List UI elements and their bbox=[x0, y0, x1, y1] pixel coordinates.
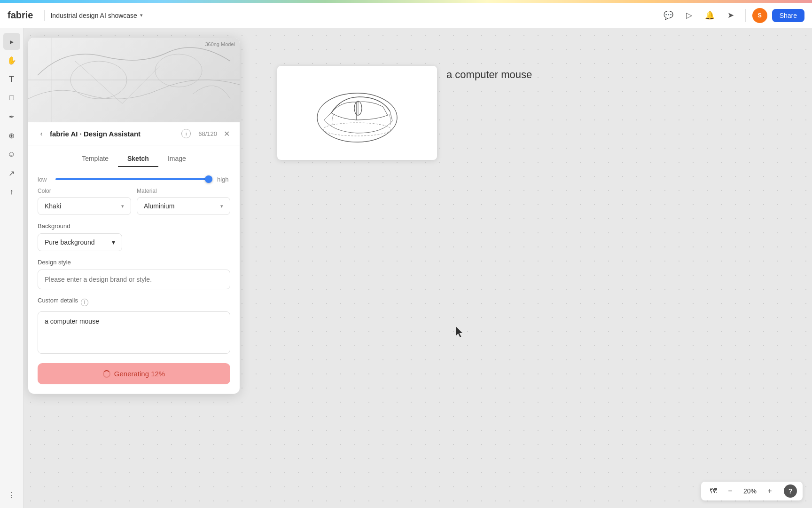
panel-count: 68/120 bbox=[198, 130, 217, 137]
project-name: Industrial design AI showcase bbox=[50, 12, 137, 19]
panel-image-area: 360ng Model bbox=[28, 38, 240, 122]
quality-slider-thumb bbox=[205, 175, 212, 183]
topbar: fabrie Industrial design AI showcase ▾ 💬… bbox=[0, 3, 812, 28]
quality-high-label: high bbox=[217, 176, 230, 183]
play-icon-button[interactable]: ▷ bbox=[681, 8, 697, 24]
sidebar-item-hand[interactable]: ✋ bbox=[3, 52, 20, 69]
topbar-vertical-divider bbox=[745, 9, 746, 22]
panel-tabs: Template Sketch Image bbox=[28, 145, 240, 167]
material-label: Material bbox=[137, 188, 230, 194]
sidebar-item-component[interactable]: ⊕ bbox=[3, 127, 20, 144]
material-dropdown[interactable]: Aluminium ▾ bbox=[137, 197, 230, 215]
generate-button[interactable]: Generating 12% bbox=[38, 363, 230, 384]
svg-point-9 bbox=[155, 54, 202, 87]
quality-slider[interactable] bbox=[55, 175, 212, 184]
sidebar-item-more[interactable]: ⋮ bbox=[3, 486, 20, 503]
tab-sketch[interactable]: Sketch bbox=[118, 151, 158, 167]
tab-image[interactable]: Image bbox=[158, 151, 195, 167]
color-value: Khaki bbox=[45, 202, 61, 210]
custom-details-textarea[interactable]: a computer mouse bbox=[38, 311, 230, 354]
sidebar-item-shape[interactable]: □ bbox=[3, 89, 20, 106]
help-button[interactable]: ? bbox=[784, 484, 797, 498]
share-button[interactable]: Share bbox=[772, 9, 804, 22]
zoom-out-button[interactable]: − bbox=[724, 484, 737, 498]
panel-close-button[interactable]: ✕ bbox=[221, 128, 232, 139]
background-chevron-icon: ▾ bbox=[112, 238, 115, 246]
color-dropdown-wrap: Color Khaki ▾ bbox=[38, 188, 131, 215]
background-dropdown-wrap: Background Pure background ▾ bbox=[38, 222, 230, 251]
panel-info-icon[interactable]: i bbox=[181, 129, 191, 138]
generate-label: Generating 12% bbox=[114, 370, 165, 378]
topbar-divider bbox=[44, 10, 45, 21]
design-style-input[interactable] bbox=[38, 270, 230, 289]
design-style-wrap: Design style bbox=[38, 259, 230, 289]
quality-row: low high bbox=[28, 167, 240, 188]
background-value: Pure background bbox=[45, 238, 95, 246]
map-view-button[interactable]: 🗺 bbox=[707, 484, 720, 498]
color-material-row: Color Khaki ▾ Material Aluminium ▾ bbox=[38, 188, 230, 215]
canvas-image-card[interactable] bbox=[277, 66, 437, 160]
quality-low-label: low bbox=[38, 176, 51, 183]
zoom-in-button[interactable]: + bbox=[763, 484, 776, 498]
custom-details-info-icon[interactable]: i bbox=[81, 299, 88, 306]
generate-spinner bbox=[103, 370, 110, 378]
quality-slider-track bbox=[55, 178, 212, 180]
material-dropdown-wrap: Material Aluminium ▾ bbox=[137, 188, 230, 215]
app-logo: fabrie bbox=[8, 10, 33, 21]
panel-back-button[interactable]: ‹ bbox=[36, 128, 47, 139]
material-chevron-icon: ▾ bbox=[220, 203, 223, 209]
project-selector[interactable]: Industrial design AI showcase ▾ bbox=[50, 12, 142, 19]
material-value: Aluminium bbox=[144, 202, 174, 210]
custom-details-wrap: Custom details i a computer mouse bbox=[38, 297, 230, 356]
custom-details-label-row: Custom details i bbox=[38, 297, 230, 308]
left-sidebar: ▸ ✋ T □ ✒ ⊕ ☺ ↗ ↑ ⋮ bbox=[0, 28, 23, 508]
mouse-sketch bbox=[305, 78, 409, 148]
chat-icon-button[interactable]: 💬 bbox=[661, 8, 677, 24]
panel-title: fabrie AI · Design Assistant bbox=[50, 130, 179, 138]
cursor-icon-button[interactable]: ➤ bbox=[723, 8, 739, 24]
sidebar-item-text[interactable]: T bbox=[3, 71, 20, 87]
svg-point-0 bbox=[317, 93, 397, 142]
sidebar-item-pen[interactable]: ✒ bbox=[3, 108, 20, 125]
top-gradient-bar bbox=[0, 0, 812, 3]
panel-sketch-background bbox=[28, 38, 240, 122]
bottom-toolbar: 🗺 − 20% + ? bbox=[701, 482, 803, 500]
chevron-down-icon: ▾ bbox=[140, 12, 143, 18]
panel-header: ‹ fabrie AI · Design Assistant i 68/120 … bbox=[28, 122, 240, 145]
sidebar-item-arrow[interactable]: ↗ bbox=[3, 165, 20, 182]
color-label: Color bbox=[38, 188, 131, 194]
ai-panel: 360ng Model ‹ fabrie AI · Design Assista… bbox=[28, 38, 240, 394]
svg-line-4 bbox=[390, 111, 392, 121]
color-dropdown[interactable]: Khaki ▾ bbox=[38, 197, 131, 215]
sidebar-item-cursor[interactable]: ▸ bbox=[3, 33, 20, 50]
background-label: Background bbox=[38, 222, 230, 230]
zoom-level-display: 20% bbox=[741, 487, 759, 495]
user-avatar[interactable]: S bbox=[752, 8, 767, 23]
canvas-image-label: a computer mouse bbox=[446, 69, 532, 81]
design-style-label: Design style bbox=[38, 259, 230, 266]
panel-image-label-text: 360ng Model bbox=[205, 41, 235, 47]
topbar-actions: 💬 ▷ 🔔 ➤ S Share bbox=[661, 8, 804, 24]
bell-icon-button[interactable]: 🔔 bbox=[702, 8, 718, 24]
color-chevron-icon: ▾ bbox=[121, 203, 124, 209]
svg-line-3 bbox=[324, 113, 331, 120]
tab-template[interactable]: Template bbox=[72, 151, 118, 167]
custom-details-label: Custom details bbox=[38, 297, 78, 304]
panel-body: Color Khaki ▾ Material Aluminium ▾ Backg… bbox=[28, 188, 240, 394]
sidebar-item-upload[interactable]: ↑ bbox=[3, 183, 20, 200]
sidebar-item-face[interactable]: ☺ bbox=[3, 146, 20, 163]
background-dropdown[interactable]: Pure background ▾ bbox=[38, 233, 122, 251]
